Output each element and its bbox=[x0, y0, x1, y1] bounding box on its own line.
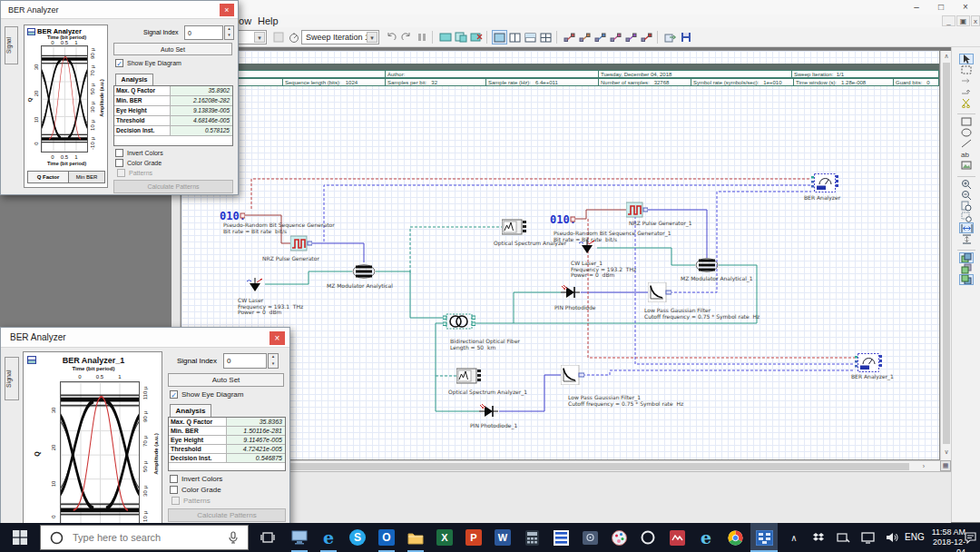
save-button[interactable] bbox=[678, 30, 693, 44]
connect-tool-button[interactable] bbox=[960, 76, 973, 85]
tray-dropbox-icon[interactable] bbox=[807, 523, 830, 552]
select-tool-button[interactable] bbox=[960, 54, 973, 64]
ellipse-tool-button[interactable] bbox=[960, 128, 973, 137]
app-maximize-button[interactable]: □ bbox=[927, 0, 955, 15]
view-split-v-button[interactable] bbox=[507, 30, 523, 44]
undo-button[interactable] bbox=[383, 30, 398, 44]
rect-tool-button[interactable] bbox=[960, 117, 973, 126]
app-close-button[interactable]: × bbox=[952, 0, 979, 15]
tab-signal[interactable]: Signal bbox=[5, 357, 19, 400]
port-conn-2-button[interactable] bbox=[577, 30, 593, 44]
cut-tool-button[interactable] bbox=[960, 98, 973, 107]
close-icon[interactable]: × bbox=[270, 331, 285, 345]
layout-canvas[interactable] bbox=[181, 50, 940, 460]
port-conn-4-button[interactable] bbox=[608, 30, 623, 44]
taskbar-app-stripes-app[interactable] bbox=[547, 523, 574, 552]
view-split-h-button[interactable] bbox=[523, 30, 538, 44]
taskbar-clock[interactable]: 11:58 AM 2018-12-04 bbox=[926, 527, 965, 552]
layer-middle-tool-button[interactable] bbox=[960, 264, 973, 273]
taskbar-app-camera-app[interactable] bbox=[634, 523, 662, 552]
zoom-in-tool-button[interactable] bbox=[960, 180, 973, 189]
tray-chevron-up-icon[interactable]: ∧ bbox=[782, 523, 806, 552]
arrow-tool-button[interactable] bbox=[960, 87, 973, 96]
tray-screen-clip-icon[interactable] bbox=[831, 523, 855, 552]
taskbar-app-optisystem[interactable] bbox=[750, 523, 778, 552]
show-eye-diagram-checkbox[interactable]: ✓Show Eye Diagram bbox=[170, 390, 243, 399]
canvas-vscrollbar[interactable]: ∧ ∨ bbox=[940, 51, 951, 460]
fit-vertical-tool-button[interactable] bbox=[960, 234, 973, 243]
zoom-out-tool-button[interactable] bbox=[960, 191, 973, 200]
canvas-hscrollbar[interactable]: › bbox=[181, 460, 940, 471]
port-conn-5-button[interactable] bbox=[623, 30, 639, 44]
invert-colors-checkbox[interactable]: Invert Colors bbox=[170, 475, 222, 483]
pause-button[interactable] bbox=[414, 30, 429, 44]
menu-help[interactable]: Help bbox=[258, 15, 279, 27]
microphone-icon[interactable] bbox=[228, 531, 239, 544]
sweep-gauge-button[interactable] bbox=[286, 30, 301, 44]
tab-signal[interactable]: Signal bbox=[5, 26, 18, 64]
marquee-tool-button[interactable] bbox=[960, 65, 973, 74]
window-titlebar[interactable]: BER Analyzer × bbox=[1, 1, 238, 19]
taskbar-search[interactable] bbox=[40, 525, 249, 550]
tab-q-factor[interactable]: Q Factor bbox=[27, 171, 69, 183]
taskbar-app-paint[interactable] bbox=[605, 523, 632, 552]
port-conn-3-button[interactable] bbox=[593, 30, 608, 44]
text-tool-button[interactable]: ab bbox=[960, 150, 973, 159]
close-icon[interactable]: × bbox=[220, 4, 234, 16]
tray-display-icon[interactable] bbox=[856, 523, 879, 552]
layer-bottom-tool-button[interactable] bbox=[960, 275, 973, 284]
taskbar-app-this-pc[interactable] bbox=[286, 523, 313, 552]
auto-set-button[interactable]: Auto Set bbox=[168, 373, 284, 387]
sweep-iteration-select[interactable]: Sweep Iteration 1▾ bbox=[301, 30, 379, 44]
taskbar-app-remote-app[interactable] bbox=[576, 523, 603, 552]
taskbar-app-red-app[interactable] bbox=[663, 523, 691, 552]
layout-table-button[interactable] bbox=[453, 30, 468, 44]
grid-corner-button[interactable]: ▦ bbox=[940, 460, 951, 471]
window-titlebar[interactable]: BER Analyzer × bbox=[1, 328, 289, 348]
notification-icon[interactable] bbox=[965, 532, 976, 544]
tab-analysis[interactable]: Analysis bbox=[115, 74, 153, 85]
tab-min-ber[interactable]: Min BER bbox=[69, 171, 105, 183]
fit-horizontal-tool-button[interactable] bbox=[960, 223, 973, 232]
line-tool-button[interactable] bbox=[960, 139, 973, 148]
layout-delete-button[interactable] bbox=[468, 30, 484, 44]
start-button[interactable] bbox=[0, 523, 40, 552]
taskbar-app-excel[interactable]: X bbox=[431, 523, 458, 552]
port-conn-6-button[interactable] bbox=[639, 30, 654, 44]
tab-analysis[interactable]: Analysis bbox=[170, 404, 211, 417]
taskbar-app-edge[interactable]: e bbox=[315, 523, 342, 552]
ber-analyzer-window-1[interactable]: BER Analyzer × Signal BER Analyzer Time … bbox=[0, 0, 239, 195]
taskbar-app-powerpoint[interactable]: P bbox=[460, 523, 487, 552]
child-restore-button[interactable]: ▣ bbox=[956, 15, 970, 26]
show-eye-diagram-checkbox[interactable]: ✓Show Eye Diagram bbox=[115, 59, 181, 67]
taskbar-app-chrome[interactable] bbox=[721, 523, 749, 552]
signal-index-input[interactable]: 0 bbox=[223, 353, 267, 369]
redo-button[interactable] bbox=[398, 30, 414, 44]
taskbar-app-skype[interactable]: S bbox=[344, 523, 371, 552]
zoom-window-tool-button[interactable] bbox=[960, 212, 973, 222]
taskbar-app-calculator[interactable] bbox=[518, 523, 545, 552]
child-close-button[interactable]: x bbox=[971, 15, 980, 26]
port-conn-1-button[interactable] bbox=[562, 30, 577, 44]
color-grade-checkbox[interactable]: Color Grade bbox=[115, 159, 162, 167]
color-grade-checkbox[interactable]: Color Grade bbox=[170, 486, 221, 494]
taskbar-app-outlook[interactable]: O bbox=[373, 523, 400, 552]
taskbar-app-file-explorer[interactable] bbox=[402, 523, 429, 552]
auto-set-button[interactable]: Auto Set bbox=[113, 43, 232, 55]
small-btn-button[interactable] bbox=[270, 30, 286, 44]
search-input[interactable] bbox=[71, 531, 216, 544]
taskbar-app-word[interactable]: W bbox=[489, 523, 516, 552]
layer-top-tool-button[interactable] bbox=[960, 253, 973, 262]
layout-new-button[interactable] bbox=[437, 30, 453, 44]
image-tool-button[interactable] bbox=[960, 161, 973, 170]
invert-colors-checkbox[interactable]: Invert Colors bbox=[115, 149, 163, 157]
task-view-button[interactable] bbox=[254, 523, 281, 552]
app-minimize-button[interactable]: – bbox=[903, 0, 930, 15]
export-button[interactable] bbox=[662, 30, 678, 44]
taskbar-app-internet-explorer[interactable]: e bbox=[692, 523, 720, 552]
scroll-right-icon[interactable]: › bbox=[918, 463, 929, 469]
signal-index-stepper[interactable]: ▴▾ bbox=[268, 353, 279, 369]
language-indicator[interactable]: ENG bbox=[905, 532, 925, 542]
child-minimize-button[interactable]: _ bbox=[942, 15, 956, 26]
view-split-q-button[interactable] bbox=[538, 30, 554, 44]
